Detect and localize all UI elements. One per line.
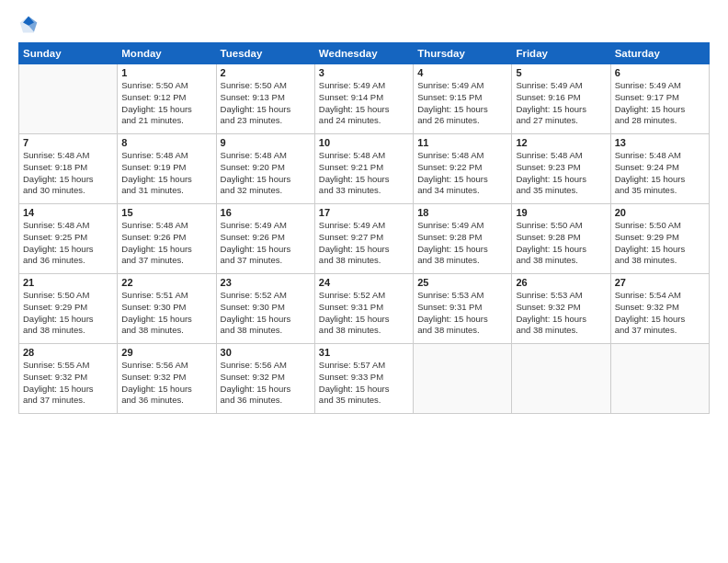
day-number: 17 [319, 207, 409, 218]
calendar-cell: 13Sunrise: 5:48 AM Sunset: 9:24 PM Dayli… [610, 134, 709, 204]
day-number: 24 [319, 277, 409, 288]
day-number: 16 [221, 207, 311, 218]
day-info: Sunrise: 5:50 AM Sunset: 9:12 PM Dayligh… [121, 80, 211, 127]
day-info: Sunrise: 5:49 AM Sunset: 9:16 PM Dayligh… [516, 80, 606, 127]
day-info: Sunrise: 5:48 AM Sunset: 9:26 PM Dayligh… [121, 220, 211, 267]
calendar-cell: 30Sunrise: 5:56 AM Sunset: 9:32 PM Dayli… [216, 344, 314, 414]
calendar-cell [610, 344, 709, 414]
logo [18, 15, 42, 35]
day-number: 4 [417, 67, 507, 78]
day-info: Sunrise: 5:49 AM Sunset: 9:26 PM Dayligh… [221, 220, 311, 267]
calendar-cell: 8Sunrise: 5:48 AM Sunset: 9:19 PM Daylig… [118, 134, 216, 204]
day-number: 6 [615, 67, 705, 78]
calendar-cell: 5Sunrise: 5:49 AM Sunset: 9:16 PM Daylig… [512, 64, 610, 134]
calendar-week-row: 21Sunrise: 5:50 AM Sunset: 9:29 PM Dayli… [19, 274, 710, 344]
calendar-cell [512, 344, 610, 414]
day-info: Sunrise: 5:48 AM Sunset: 9:20 PM Dayligh… [221, 150, 311, 197]
weekday-header-wednesday: Wednesday [314, 43, 413, 64]
day-number: 12 [516, 137, 606, 148]
calendar-cell: 31Sunrise: 5:57 AM Sunset: 9:33 PM Dayli… [314, 344, 413, 414]
calendar-cell: 27Sunrise: 5:54 AM Sunset: 9:32 PM Dayli… [610, 274, 709, 344]
day-number: 15 [121, 207, 211, 218]
calendar-week-row: 14Sunrise: 5:48 AM Sunset: 9:25 PM Dayli… [19, 204, 710, 274]
day-info: Sunrise: 5:53 AM Sunset: 9:32 PM Dayligh… [516, 290, 606, 337]
calendar-week-row: 7Sunrise: 5:48 AM Sunset: 9:18 PM Daylig… [19, 134, 710, 204]
day-info: Sunrise: 5:57 AM Sunset: 9:33 PM Dayligh… [319, 360, 409, 407]
page: SundayMondayTuesdayWednesdayThursdayFrid… [0, 0, 728, 563]
calendar-cell: 17Sunrise: 5:49 AM Sunset: 9:27 PM Dayli… [314, 204, 413, 274]
day-info: Sunrise: 5:50 AM Sunset: 9:29 PM Dayligh… [615, 220, 705, 267]
day-number: 31 [319, 347, 409, 358]
weekday-header-thursday: Thursday [414, 43, 512, 64]
day-number: 22 [121, 277, 211, 288]
calendar-cell: 21Sunrise: 5:50 AM Sunset: 9:29 PM Dayli… [19, 274, 118, 344]
header [18, 15, 710, 35]
day-number: 19 [516, 207, 606, 218]
day-number: 7 [23, 137, 113, 148]
calendar-cell: 10Sunrise: 5:48 AM Sunset: 9:21 PM Dayli… [314, 134, 413, 204]
day-info: Sunrise: 5:48 AM Sunset: 9:24 PM Dayligh… [615, 150, 705, 197]
calendar-cell: 29Sunrise: 5:56 AM Sunset: 9:32 PM Dayli… [118, 344, 216, 414]
calendar-cell: 25Sunrise: 5:53 AM Sunset: 9:31 PM Dayli… [414, 274, 512, 344]
calendar-cell: 7Sunrise: 5:48 AM Sunset: 9:18 PM Daylig… [19, 134, 118, 204]
calendar-cell: 4Sunrise: 5:49 AM Sunset: 9:15 PM Daylig… [414, 64, 512, 134]
day-number: 5 [516, 67, 606, 78]
calendar-week-row: 28Sunrise: 5:55 AM Sunset: 9:32 PM Dayli… [19, 344, 710, 414]
weekday-header-saturday: Saturday [610, 43, 709, 64]
calendar-cell: 12Sunrise: 5:48 AM Sunset: 9:23 PM Dayli… [512, 134, 610, 204]
day-info: Sunrise: 5:48 AM Sunset: 9:18 PM Dayligh… [23, 150, 113, 197]
day-info: Sunrise: 5:49 AM Sunset: 9:14 PM Dayligh… [319, 80, 409, 127]
calendar-cell: 3Sunrise: 5:49 AM Sunset: 9:14 PM Daylig… [314, 64, 413, 134]
weekday-header-friday: Friday [512, 43, 610, 64]
day-number: 29 [121, 347, 211, 358]
day-info: Sunrise: 5:51 AM Sunset: 9:30 PM Dayligh… [121, 290, 211, 337]
weekday-header-sunday: Sunday [19, 43, 118, 64]
calendar-week-row: 1Sunrise: 5:50 AM Sunset: 9:12 PM Daylig… [19, 64, 710, 134]
day-info: Sunrise: 5:49 AM Sunset: 9:17 PM Dayligh… [615, 80, 705, 127]
day-number: 21 [23, 277, 113, 288]
calendar-cell: 24Sunrise: 5:52 AM Sunset: 9:31 PM Dayli… [314, 274, 413, 344]
day-info: Sunrise: 5:50 AM Sunset: 9:13 PM Dayligh… [221, 80, 311, 127]
calendar-cell: 11Sunrise: 5:48 AM Sunset: 9:22 PM Dayli… [414, 134, 512, 204]
day-number: 9 [221, 137, 311, 148]
day-info: Sunrise: 5:49 AM Sunset: 9:27 PM Dayligh… [319, 220, 409, 267]
calendar-cell [19, 64, 118, 134]
calendar-cell: 16Sunrise: 5:49 AM Sunset: 9:26 PM Dayli… [216, 204, 314, 274]
day-info: Sunrise: 5:56 AM Sunset: 9:32 PM Dayligh… [121, 360, 211, 407]
day-info: Sunrise: 5:48 AM Sunset: 9:22 PM Dayligh… [417, 150, 507, 197]
calendar-cell [414, 344, 512, 414]
calendar-cell: 18Sunrise: 5:49 AM Sunset: 9:28 PM Dayli… [414, 204, 512, 274]
day-number: 25 [417, 277, 507, 288]
weekday-header-monday: Monday [118, 43, 216, 64]
weekday-header-row: SundayMondayTuesdayWednesdayThursdayFrid… [19, 43, 710, 64]
calendar-cell: 9Sunrise: 5:48 AM Sunset: 9:20 PM Daylig… [216, 134, 314, 204]
calendar-cell: 15Sunrise: 5:48 AM Sunset: 9:26 PM Dayli… [118, 204, 216, 274]
logo-icon [18, 15, 39, 35]
day-number: 11 [417, 137, 507, 148]
calendar-cell: 28Sunrise: 5:55 AM Sunset: 9:32 PM Dayli… [19, 344, 118, 414]
calendar-cell: 20Sunrise: 5:50 AM Sunset: 9:29 PM Dayli… [610, 204, 709, 274]
day-number: 30 [221, 347, 311, 358]
day-info: Sunrise: 5:53 AM Sunset: 9:31 PM Dayligh… [417, 290, 507, 337]
day-info: Sunrise: 5:48 AM Sunset: 9:19 PM Dayligh… [121, 150, 211, 197]
calendar-table: SundayMondayTuesdayWednesdayThursdayFrid… [18, 42, 710, 414]
calendar-cell: 19Sunrise: 5:50 AM Sunset: 9:28 PM Dayli… [512, 204, 610, 274]
day-info: Sunrise: 5:48 AM Sunset: 9:25 PM Dayligh… [23, 220, 113, 267]
calendar-cell: 22Sunrise: 5:51 AM Sunset: 9:30 PM Dayli… [118, 274, 216, 344]
day-number: 2 [221, 67, 311, 78]
day-info: Sunrise: 5:50 AM Sunset: 9:29 PM Dayligh… [23, 290, 113, 337]
day-info: Sunrise: 5:48 AM Sunset: 9:23 PM Dayligh… [516, 150, 606, 197]
calendar-cell: 26Sunrise: 5:53 AM Sunset: 9:32 PM Dayli… [512, 274, 610, 344]
day-info: Sunrise: 5:54 AM Sunset: 9:32 PM Dayligh… [615, 290, 705, 337]
day-info: Sunrise: 5:49 AM Sunset: 9:28 PM Dayligh… [417, 220, 507, 267]
calendar-cell: 1Sunrise: 5:50 AM Sunset: 9:12 PM Daylig… [118, 64, 216, 134]
weekday-header-tuesday: Tuesday [216, 43, 314, 64]
calendar-cell: 6Sunrise: 5:49 AM Sunset: 9:17 PM Daylig… [610, 64, 709, 134]
day-number: 26 [516, 277, 606, 288]
day-number: 18 [417, 207, 507, 218]
day-number: 8 [121, 137, 211, 148]
calendar-cell: 2Sunrise: 5:50 AM Sunset: 9:13 PM Daylig… [216, 64, 314, 134]
day-number: 28 [23, 347, 113, 358]
day-info: Sunrise: 5:48 AM Sunset: 9:21 PM Dayligh… [319, 150, 409, 197]
day-number: 3 [319, 67, 409, 78]
